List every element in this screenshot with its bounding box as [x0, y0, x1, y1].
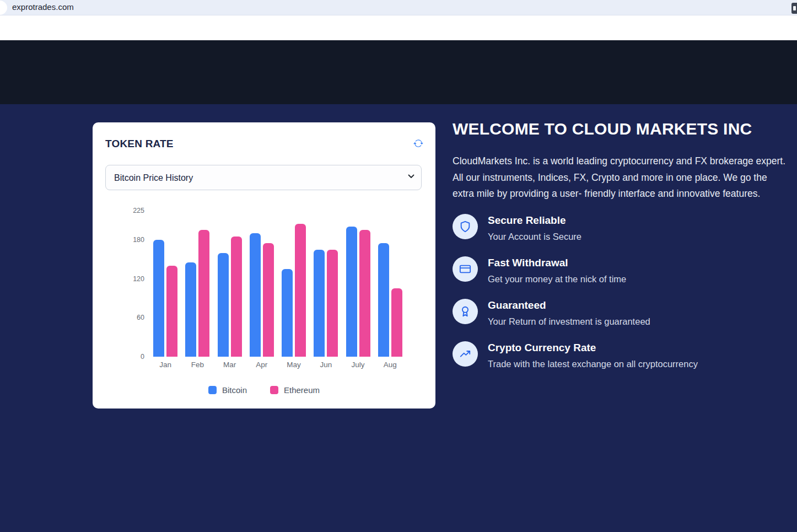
bars-row	[378, 211, 402, 357]
x-tick-label: Jan	[159, 361, 171, 369]
bar-bitcoin-may	[282, 269, 293, 357]
feature-subtitle: Your Return of investment is guaranteed	[488, 316, 650, 327]
y-tick-label: 0	[141, 353, 144, 361]
bar-group-apr: Apr	[246, 211, 278, 375]
bar-ethereum-apr	[263, 243, 274, 357]
bars-row	[185, 211, 209, 357]
y-tick-label: 120	[133, 275, 144, 283]
browser-extension-icon[interactable]	[791, 3, 797, 14]
price-history-select-wrap: Bitcoin Price History	[105, 165, 422, 190]
legend-swatch	[270, 386, 278, 394]
bar-group-feb: Feb	[181, 211, 213, 375]
welcome-paragraph: CloudMarkets Inc. is a world leading cry…	[453, 153, 791, 202]
chart-y-axis: 060120180225	[93, 211, 144, 357]
x-tick-label: Mar	[223, 361, 236, 369]
feature-text: Secure Reliable Your Account is Secure	[488, 214, 581, 242]
bar-ethereum-jan	[166, 266, 177, 357]
bar-bitcoin-july	[346, 227, 357, 357]
token-rate-title: TOKEN RATE	[105, 138, 174, 150]
feature-text: Guaranteed Your Return of investment is …	[488, 299, 650, 327]
feature-title: Guaranteed	[488, 299, 650, 311]
bar-group-jun: Jun	[310, 211, 342, 375]
bars-row	[250, 211, 274, 357]
bar-group-jan: Jan	[149, 211, 181, 375]
topbar-circle-icon	[0, 1, 7, 15]
x-tick-label: May	[287, 361, 301, 369]
features-list: Secure Reliable Your Account is Secure F…	[453, 214, 791, 369]
bar-group-july: July	[342, 211, 374, 375]
y-tick-label: 180	[133, 236, 144, 244]
legend-label: Ethereum	[284, 385, 320, 395]
legend-item-bitcoin[interactable]: Bitcoin	[208, 385, 247, 395]
bar-bitcoin-mar	[218, 253, 229, 357]
y-tick-label: 225	[133, 207, 144, 214]
feature-subtitle: Get your money at the nick of time	[488, 274, 626, 284]
x-tick-label: Jun	[320, 361, 332, 369]
x-tick-label: Apr	[256, 361, 267, 369]
legend-label: Bitcoin	[222, 385, 247, 395]
y-tick-label: 60	[137, 314, 144, 321]
x-tick-label: July	[352, 361, 365, 369]
feature-secure-reliable: Secure Reliable Your Account is Secure	[453, 214, 791, 242]
main-section: TOKEN RATE Bitcoin Price History 0601201…	[0, 104, 797, 532]
bar-group-may: May	[278, 211, 310, 375]
bar-bitcoin-jun	[314, 250, 325, 357]
bar-group-mar: Mar	[214, 211, 246, 375]
x-tick-label: Feb	[191, 361, 204, 369]
bar-bitcoin-apr	[250, 233, 261, 357]
feature-title: Crypto Currency Rate	[488, 342, 698, 354]
bars-row	[346, 211, 370, 357]
legend-item-ethereum[interactable]: Ethereum	[270, 385, 320, 395]
bar-bitcoin-jan	[153, 240, 164, 357]
welcome-column: WELCOME TO CLOUD MARKETS INC CloudMarket…	[453, 119, 791, 384]
feature-crypto-currency-rate: Crypto Currency Rate Trade with the late…	[453, 341, 791, 369]
bars-row	[153, 211, 177, 357]
site-header-bar	[0, 40, 797, 104]
bar-ethereum-july	[359, 230, 370, 357]
browser-url: exprotrades.com	[12, 2, 74, 12]
bar-ethereum-aug	[391, 288, 402, 357]
x-tick-label: Aug	[384, 361, 397, 369]
bar-bitcoin-aug	[378, 243, 389, 357]
credit-card-icon	[453, 256, 478, 282]
trending-up-icon	[453, 341, 478, 367]
bars-row	[218, 211, 242, 357]
legend-swatch	[208, 386, 217, 394]
bars-row	[314, 211, 338, 357]
bar-group-aug: Aug	[374, 211, 406, 375]
price-history-select[interactable]: Bitcoin Price History	[105, 165, 422, 190]
chart-plot: JanFebMarAprMayJunJulyAug	[149, 211, 406, 375]
bar-bitcoin-feb	[185, 262, 196, 357]
chart-legend: BitcoinEthereum	[93, 385, 435, 395]
feature-fast-withdrawal: Fast Withdrawal Get your money at the ni…	[453, 256, 791, 284]
refresh-icon[interactable]	[413, 138, 423, 148]
shield-icon	[453, 214, 478, 239]
feature-subtitle: Trade with the latest exchange on all cr…	[488, 359, 698, 369]
token-rate-card: TOKEN RATE Bitcoin Price History 0601201…	[93, 122, 435, 409]
bar-ethereum-mar	[231, 237, 242, 357]
feature-subtitle: Your Account is Secure	[488, 232, 581, 242]
bar-ethereum-feb	[198, 230, 209, 357]
white-strip	[0, 15, 797, 40]
feature-title: Fast Withdrawal	[488, 257, 626, 269]
browser-topbar: exprotrades.com	[0, 0, 797, 15]
bar-ethereum-jun	[327, 250, 338, 357]
feature-guaranteed: Guaranteed Your Return of investment is …	[453, 299, 791, 327]
feature-text: Crypto Currency Rate Trade with the late…	[488, 341, 698, 369]
award-icon	[453, 299, 478, 324]
welcome-heading: WELCOME TO CLOUD MARKETS INC	[453, 119, 791, 139]
bars-row	[282, 211, 306, 357]
feature-text: Fast Withdrawal Get your money at the ni…	[488, 256, 626, 284]
bar-ethereum-may	[295, 224, 306, 357]
feature-title: Secure Reliable	[488, 214, 581, 227]
